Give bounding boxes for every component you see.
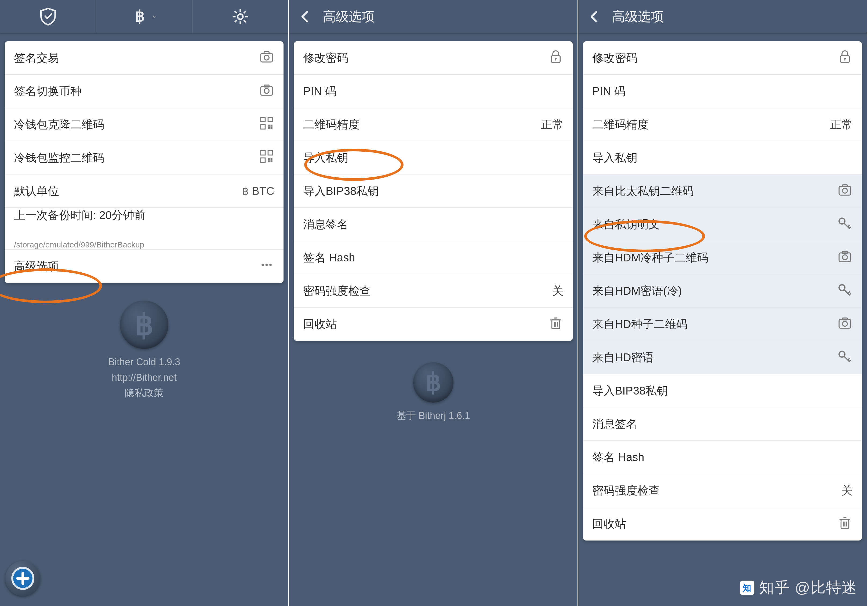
bitcoin-logo-icon: ฿ xyxy=(413,362,453,403)
key-icon xyxy=(837,215,853,233)
screen-advanced: 高级选项 修改密码 PIN 码 二维码精度 正常 导入私钥 导入BIP38私钥 … xyxy=(289,0,578,606)
page-title: 高级选项 xyxy=(321,8,578,25)
value: ฿BTC xyxy=(242,185,274,198)
trash-icon xyxy=(548,315,564,333)
row-last-backup[interactable]: 上一次备份时间: 20分钟前 /storage/emulated/999/Bit… xyxy=(5,208,284,250)
label: 默认单位 xyxy=(14,184,242,199)
footer: ฿ Bither Cold 1.9.3 http://Bither.net 隐私… xyxy=(108,301,180,401)
watermark: 知乎 @比特迷 xyxy=(739,578,857,598)
key-icon xyxy=(837,348,853,366)
qr-icon xyxy=(259,115,274,134)
screen-settings: 签名交易 签名切换币种 冷钱包克隆二维码 冷钱包监控二维码 默认单位 ฿BTC … xyxy=(0,0,289,606)
tab-bitcoin[interactable] xyxy=(96,0,192,33)
back-button[interactable] xyxy=(289,0,321,33)
more-icon xyxy=(259,257,274,275)
row-import-pk[interactable]: 导入私钥 xyxy=(583,141,862,175)
header: 高级选项 xyxy=(578,0,866,33)
plus-icon xyxy=(11,566,35,591)
camera-icon xyxy=(837,315,853,333)
shield-icon xyxy=(39,7,57,26)
lock-icon xyxy=(548,49,564,67)
advanced-list: 修改密码 PIN 码 二维码精度 正常 导入私钥 来自比太私钥二维码 来自私钥明… xyxy=(583,41,862,541)
label: 签名切换币种 xyxy=(14,84,259,99)
add-button[interactable] xyxy=(5,561,40,596)
caret-down-icon xyxy=(150,13,158,20)
lock-icon xyxy=(837,49,853,67)
tab-cold[interactable] xyxy=(0,0,96,33)
header: 高级选项 xyxy=(289,0,578,33)
trash-icon xyxy=(837,515,853,533)
privacy-link[interactable]: 隐私政策 xyxy=(108,385,180,401)
page-title: 高级选项 xyxy=(611,8,866,25)
camera-icon xyxy=(259,82,274,100)
app-name: Bither Cold 1.9.3 xyxy=(108,354,180,370)
engine-label: 基于 Bitherj 1.6.1 xyxy=(397,408,470,424)
row-sign-tx[interactable]: 签名交易 xyxy=(5,41,284,74)
bitcoin-logo-icon: ฿ xyxy=(120,301,168,349)
camera-icon xyxy=(837,249,853,267)
label: 冷钱包克隆二维码 xyxy=(14,117,259,132)
camera-icon xyxy=(837,182,853,200)
row-from-pk-text[interactable]: 来自私钥明文 xyxy=(583,208,862,241)
gear-icon xyxy=(231,7,250,26)
row-trash[interactable]: 回收站 xyxy=(583,507,862,541)
footer: ฿ 基于 Bitherj 1.6.1 xyxy=(397,362,470,424)
camera-icon xyxy=(259,49,274,67)
row-change-password[interactable]: 修改密码 xyxy=(583,41,862,74)
row-pin[interactable]: PIN 码 xyxy=(294,74,573,108)
label: 上一次备份时间: 20分钟前 xyxy=(14,208,146,239)
row-msg-sign[interactable]: 消息签名 xyxy=(294,208,573,241)
row-cold-clone-qr[interactable]: 冷钱包克隆二维码 xyxy=(5,108,284,141)
row-sign-hash[interactable]: 签名 Hash xyxy=(294,241,573,274)
row-sign-switch[interactable]: 签名切换币种 xyxy=(5,74,284,108)
row-qr-precision[interactable]: 二维码精度 正常 xyxy=(583,108,862,141)
row-pin[interactable]: PIN 码 xyxy=(583,74,862,108)
key-icon xyxy=(837,282,853,300)
back-button[interactable] xyxy=(578,0,611,33)
row-cold-monitor-qr[interactable]: 冷钱包监控二维码 xyxy=(5,141,284,175)
row-from-bither-qr[interactable]: 来自比太私钥二维码 xyxy=(583,175,862,208)
row-msg-sign[interactable]: 消息签名 xyxy=(583,407,862,441)
row-import-bip38[interactable]: 导入BIP38私钥 xyxy=(583,374,862,407)
row-qr-precision[interactable]: 二维码精度 正常 xyxy=(294,108,573,141)
row-pw-strength[interactable]: 密码强度检查 关 xyxy=(294,274,573,308)
bitcoin-icon xyxy=(130,7,149,26)
chevron-left-icon xyxy=(298,9,313,25)
label: 冷钱包监控二维码 xyxy=(14,150,259,165)
qr-icon xyxy=(259,149,274,167)
row-from-hd-seed-qr[interactable]: 来自HD种子二维码 xyxy=(583,308,862,341)
row-default-unit[interactable]: 默认单位 ฿BTC xyxy=(5,175,284,208)
tab-settings[interactable] xyxy=(192,0,288,33)
row-sign-hash[interactable]: 签名 Hash xyxy=(583,441,862,474)
row-change-password[interactable]: 修改密码 xyxy=(294,41,573,74)
app-url[interactable]: http://Bither.net xyxy=(108,370,180,385)
chevron-left-icon xyxy=(587,9,602,25)
row-import-bip38[interactable]: 导入BIP38私钥 xyxy=(294,175,573,208)
screen-advanced-expanded: 高级选项 修改密码 PIN 码 二维码精度 正常 导入私钥 来自比太私钥二维码 … xyxy=(578,0,868,606)
row-pw-strength[interactable]: 密码强度检查 关 xyxy=(583,474,862,507)
row-from-hdm-phrase[interactable]: 来自HDM密语(冷) xyxy=(583,274,862,308)
zhihu-icon xyxy=(739,580,755,596)
row-advanced[interactable]: 高级选项 xyxy=(5,250,284,283)
row-import-pk[interactable]: 导入私钥 xyxy=(294,141,573,175)
row-trash[interactable]: 回收站 xyxy=(294,308,573,341)
row-from-hd-phrase[interactable]: 来自HD密语 xyxy=(583,341,862,374)
settings-list: 签名交易 签名切换币种 冷钱包克隆二维码 冷钱包监控二维码 默认单位 ฿BTC … xyxy=(5,41,284,283)
label: 签名交易 xyxy=(14,51,259,65)
sublabel: /storage/emulated/999/BitherBackup xyxy=(14,240,144,249)
row-from-hdm-cold-qr[interactable]: 来自HDM冷种子二维码 xyxy=(583,241,862,274)
advanced-list: 修改密码 PIN 码 二维码精度 正常 导入私钥 导入BIP38私钥 消息签名 … xyxy=(294,41,573,341)
label: 高级选项 xyxy=(14,259,259,274)
header xyxy=(0,0,288,33)
